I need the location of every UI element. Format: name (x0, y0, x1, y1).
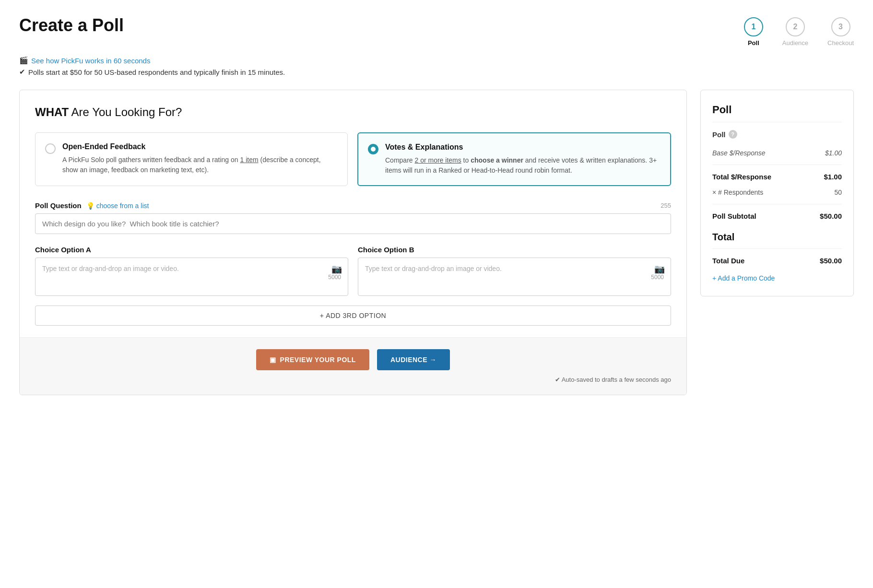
camera-icon-a: 📷 (331, 264, 342, 274)
step-circle-audience: 2 (786, 17, 805, 36)
step-label-checkout: Checkout (827, 39, 854, 47)
poll-card-inner: WHAT Are You Looking For? Open-Ended Fee… (20, 90, 686, 326)
page-title: Create a Poll (19, 15, 124, 35)
preview-square-icon: ▣ (270, 356, 276, 364)
section-heading: WHAT Are You Looking For? (35, 106, 671, 119)
help-icon[interactable]: ? (729, 130, 737, 139)
step-audience: 2 Audience (782, 17, 808, 47)
subtotal-row: Poll Subtotal $50.00 (712, 208, 842, 224)
total-section-title: Total (712, 232, 842, 243)
poll-type-row: Open-Ended Feedback A PickFu Solo poll g… (35, 132, 671, 186)
total-response-row: Total $/Response $1.00 (712, 169, 842, 185)
choice-b-placeholder: Type text or drag-and-drop an image or v… (365, 265, 502, 272)
poll-question-input[interactable] (35, 213, 671, 234)
audience-button[interactable]: AUDIENCE → (377, 349, 450, 370)
divider-2 (712, 204, 842, 204)
open-ended-content: Open-Ended Feedback A PickFu Solo poll g… (62, 142, 338, 176)
option-open-ended[interactable]: Open-Ended Feedback A PickFu Solo poll g… (35, 132, 348, 186)
respondents-row: × # Respondents 50 (712, 185, 842, 200)
poll-question-char-count: 255 (661, 202, 671, 209)
main-layout: WHAT Are You Looking For? Open-Ended Fee… (19, 90, 854, 395)
autosave-note: ✔ Auto-saved to drafts a few seconds ago (35, 376, 671, 383)
video-link[interactable]: 🎬 See how PickFu works in 60 seconds (19, 56, 150, 65)
footer-buttons: ▣ PREVIEW YOUR POLL AUDIENCE → (35, 349, 671, 370)
divider-1 (712, 165, 842, 165)
sidebar-title: Poll (712, 104, 842, 122)
camera-icon-b: 📷 (654, 264, 665, 274)
choice-b-textarea[interactable]: Type text or drag-and-drop an image or v… (358, 258, 671, 296)
poll-card-footer: ▣ PREVIEW YOUR POLL AUDIENCE → ✔ Auto-sa… (20, 337, 686, 395)
sidebar-card: Poll Poll ? Base $/Response $1.00 Total … (700, 90, 854, 296)
poll-question-label: Poll Question (35, 201, 82, 210)
choice-b-block: Choice Option B Type text or drag-and-dr… (358, 246, 671, 296)
info-bar: 🎬 See how PickFu works in 60 seconds ✔ P… (19, 56, 854, 76)
choices-row: Choice Option A Type text or drag-and-dr… (35, 246, 671, 296)
poll-question-section: Poll Question 💡 choose from a list 255 (35, 201, 671, 246)
divider-3 (712, 248, 842, 249)
choice-b-char-count: 5000 (365, 274, 664, 281)
step-checkout: 3 Checkout (827, 17, 854, 47)
step-circle-poll: 1 (744, 17, 763, 36)
radio-votes-explanations[interactable] (368, 144, 378, 154)
choice-a-textarea[interactable]: Type text or drag-and-drop an image or v… (35, 258, 348, 296)
choice-b-label: Choice Option B (358, 246, 671, 254)
film-icon: 🎬 (19, 56, 28, 65)
choice-a-char-count: 5000 (42, 274, 341, 281)
preview-button[interactable]: ▣ PREVIEW YOUR POLL (256, 349, 369, 370)
sidebar-poll-label: Poll ? (712, 130, 842, 139)
poll-card: WHAT Are You Looking For? Open-Ended Fee… (19, 90, 687, 395)
promo-link[interactable]: + Add a Promo Code (712, 274, 775, 282)
choice-a-label: Choice Option A (35, 246, 348, 254)
steps-indicator: 1 Poll 2 Audience 3 Checkout (744, 17, 854, 47)
choice-a-placeholder: Type text or drag-and-drop an image or v… (42, 265, 179, 272)
choice-a-block: Choice Option A Type text or drag-and-dr… (35, 246, 348, 296)
step-label-poll: Poll (748, 39, 759, 47)
poll-question-label-row: Poll Question 💡 choose from a list 255 (35, 201, 671, 210)
total-section: Total Total Due $50.00 + Add a Promo Cod… (712, 232, 842, 282)
step-circle-checkout: 3 (831, 17, 850, 36)
base-response-row: Base $/Response $1.00 (712, 145, 842, 161)
info-note: ✔ Polls start at $50 for 50 US-based res… (19, 68, 854, 76)
step-poll: 1 Poll (744, 17, 763, 47)
option-votes-explanations[interactable]: Votes & Explanations Compare 2 or more i… (357, 132, 671, 186)
total-due-row: Total Due $50.00 (712, 253, 842, 269)
votes-content: Votes & Explanations Compare 2 or more i… (385, 143, 661, 176)
choose-list-link[interactable]: 💡 choose from a list (86, 202, 149, 210)
radio-open-ended[interactable] (45, 143, 56, 154)
step-label-audience: Audience (782, 39, 808, 47)
add-option-button[interactable]: + ADD 3RD OPTION (35, 306, 671, 326)
header-row: Create a Poll 1 Poll 2 Audience 3 Checko… (19, 15, 854, 47)
